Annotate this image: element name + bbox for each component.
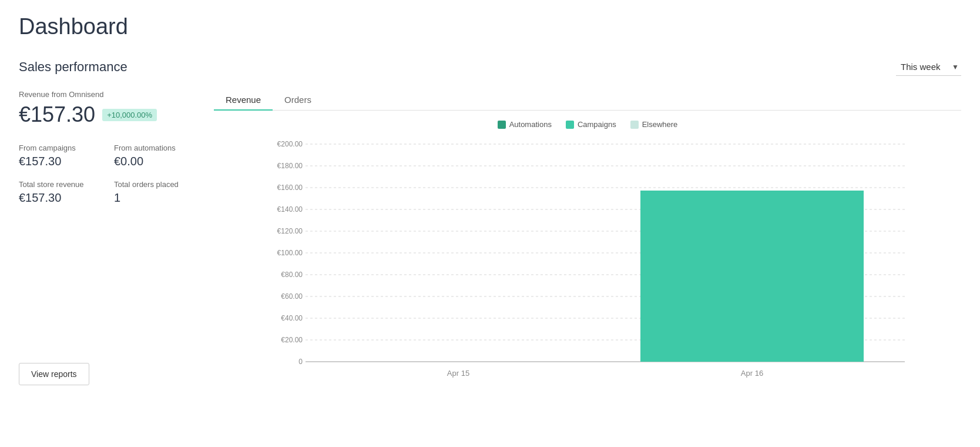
metric-campaigns-label: From campaigns [19,144,100,152]
svg-text:€180.00: €180.00 [277,162,303,170]
revenue-badge: +10,000.00% [102,109,157,121]
svg-text:Apr 16: Apr 16 [741,369,763,378]
period-select-wrapper: This week Last week This month Last mont… [896,58,961,76]
legend-elsewhere-label: Elsewhere [642,120,678,129]
legend-elsewhere-color [630,121,639,129]
section-header: Sales performance This week Last week Th… [19,58,961,76]
tab-orders[interactable]: Orders [273,90,323,111]
revenue-value: €157.30 [19,102,95,127]
legend-campaigns: Campaigns [566,120,616,129]
legend-automations-color [498,121,506,129]
svg-text:0: 0 [298,358,303,366]
svg-text:€140.00: €140.00 [277,205,303,214]
chart-tabs: Revenue Orders [214,90,961,111]
right-panel: Revenue Orders Automations Campaigns Els… [214,90,961,385]
revenue-chart: €200.00 €180.00 €160.00 €140.00 €120.00 [214,136,961,383]
bar-apr16 [640,191,864,362]
svg-text:€80.00: €80.00 [281,271,303,279]
left-panel: Revenue from Omnisend €157.30 +10,000.00… [19,90,195,385]
metrics-grid: From campaigns €157.30 From automations … [19,144,195,205]
metric-orders: Total orders placed 1 [114,180,195,205]
period-select[interactable]: This week Last week This month Last mont… [896,58,961,76]
metric-store-revenue-value: €157.30 [19,191,100,205]
main-content: Revenue from Omnisend €157.30 +10,000.00… [19,90,961,385]
metric-campaigns: From campaigns €157.30 [19,144,100,168]
chart-legend: Automations Campaigns Elsewhere [214,120,961,129]
svg-text:Apr 15: Apr 15 [447,369,469,378]
metric-automations-value: €0.00 [114,155,195,168]
metric-store-revenue: Total store revenue €157.30 [19,180,100,205]
revenue-main: €157.30 +10,000.00% [19,102,195,127]
legend-campaigns-color [566,121,574,129]
svg-text:€120.00: €120.00 [277,227,303,235]
svg-text:€100.00: €100.00 [277,249,303,257]
svg-text:€20.00: €20.00 [281,336,303,344]
svg-text:€60.00: €60.00 [281,292,303,301]
view-reports-button[interactable]: View reports [19,363,89,385]
metric-automations-label: From automations [114,144,195,152]
page-title: Dashboard [19,14,961,39]
metric-store-revenue-label: Total store revenue [19,180,100,189]
svg-text:€160.00: €160.00 [277,184,303,192]
revenue-from-label: Revenue from Omnisend [19,90,195,99]
legend-automations: Automations [498,120,552,129]
section-title: Sales performance [19,59,127,75]
legend-elsewhere: Elsewhere [630,120,678,129]
tab-revenue[interactable]: Revenue [214,90,273,111]
metric-orders-label: Total orders placed [114,180,195,189]
legend-campaigns-label: Campaigns [578,120,616,129]
chart-area: €200.00 €180.00 €160.00 €140.00 €120.00 [214,136,961,385]
metric-orders-value: 1 [114,191,195,205]
svg-text:€200.00: €200.00 [277,140,303,148]
metric-campaigns-value: €157.30 [19,155,100,168]
svg-text:€40.00: €40.00 [281,314,303,322]
x-axis: Apr 15 Apr 16 [447,369,763,378]
legend-automations-label: Automations [509,120,552,129]
metric-automations: From automations €0.00 [114,144,195,168]
